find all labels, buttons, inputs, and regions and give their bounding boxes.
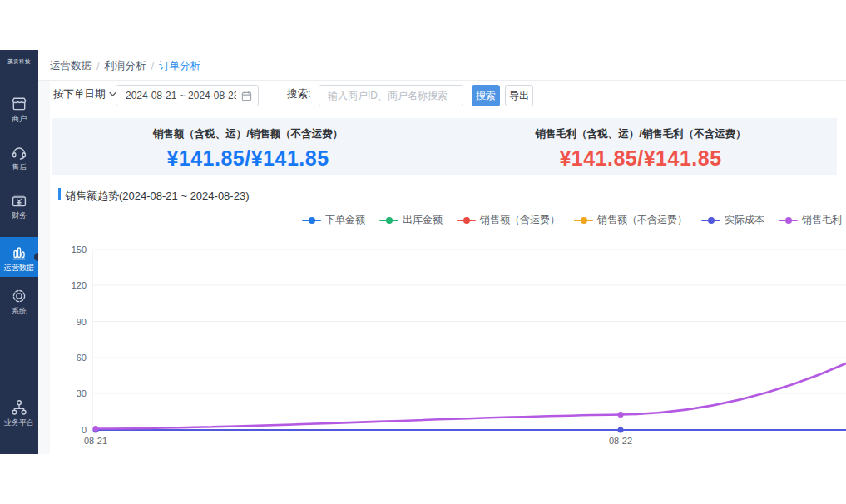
breadcrumb-separator: /: [151, 61, 153, 72]
legend-label: 销售额（不含运费）: [597, 213, 687, 227]
legend-marker: [701, 217, 720, 224]
logo: 茂贡科技: [0, 58, 38, 66]
legend-item-sales-incl-shipping[interactable]: 销售额（含运费）: [457, 213, 560, 227]
storefront-icon: [0, 93, 38, 113]
legend-label: 实际成本: [725, 213, 764, 227]
sidebar-item-label: 系统: [1, 306, 37, 316]
y-tick: 0: [82, 425, 87, 435]
stat-sales-amount: 销售额（含税、运）/销售额（不含运费） ¥141.85/¥141.85: [52, 118, 444, 175]
search-label: 搜索:: [287, 87, 310, 101]
data-point-actual-cost-0822[interactable]: [618, 427, 624, 433]
y-tick: 120: [72, 280, 87, 290]
legend-item-gross-profit[interactable]: 销售毛利: [779, 213, 842, 227]
stat-label: 销售毛利（含税、运）/销售毛利（不含运费）: [444, 127, 837, 141]
breadcrumb: 运营数据/利润分析/订单分析: [50, 59, 200, 73]
app-window: 茂贡科技 商户 售后: [0, 0, 846, 504]
legend-marker: [457, 217, 476, 224]
date-type-label: 按下单日期: [53, 88, 106, 100]
sidebar-item-label: 业务平台: [1, 418, 37, 427]
topbar: 运营数据/利润分析/订单分析: [38, 50, 846, 81]
stat-gross-profit: 销售毛利（含税、运）/销售毛利（不含运费） ¥141.85/¥141.85: [444, 118, 837, 175]
sidebar-item-system[interactable]: 系统: [0, 285, 38, 316]
sidebar-item-merchant[interactable]: 商户: [0, 93, 38, 124]
sitemap-icon: [0, 397, 38, 417]
legend-marker: [302, 217, 321, 224]
data-point-gross-profit-0821[interactable]: [93, 426, 99, 432]
x-tick: 08-22: [609, 436, 632, 446]
gear-icon: [0, 285, 38, 305]
sales-trend-card: 销售额趋势(2024-08-21 ~ 2024-08-23) 下单金额 出库金额…: [52, 185, 846, 454]
data-point-gross-profit-0822[interactable]: [618, 412, 624, 418]
legend-marker: [779, 217, 798, 224]
sidebar: 茂贡科技 商户 售后: [0, 50, 38, 454]
y-tick: 30: [77, 388, 87, 398]
main-content: 按下单日期 搜索: 搜索 导出 销售额（含税、运）/销售额（不含运费） ¥141…: [38, 81, 846, 454]
sidebar-item-label: 财务: [1, 210, 37, 220]
search-input[interactable]: [319, 85, 463, 106]
legend-item-actual-cost[interactable]: 实际成本: [701, 213, 764, 227]
sidebar-item-label: 售后: [1, 162, 37, 172]
legend-label: 出库金额: [403, 213, 443, 227]
search-button[interactable]: 搜索: [472, 85, 500, 106]
stat-value: ¥141.85/¥141.85: [52, 146, 444, 170]
legend-label: 销售毛利: [802, 213, 842, 227]
legend-item-order-amount[interactable]: 下单金额: [302, 213, 365, 227]
headset-icon: [0, 141, 38, 161]
section-title: 销售额趋势(2024-08-21 ~ 2024-08-23): [65, 189, 249, 204]
series-line-gross-profit[interactable]: [96, 363, 846, 429]
y-tick: 90: [77, 317, 87, 327]
legend-marker: [574, 217, 593, 224]
bar-chart-icon: [0, 242, 38, 262]
legend-item-sales-excl-shipping[interactable]: 销售额（不含运费）: [574, 213, 687, 227]
export-button[interactable]: 导出: [505, 85, 533, 106]
breadcrumb-item[interactable]: 运营数据: [50, 60, 92, 72]
sidebar-item-aftersales[interactable]: 售后: [0, 141, 38, 172]
chart-legend: 下单金额 出库金额 销售额（含运费） 销售额（不含运费） 实际成本: [302, 213, 842, 227]
sidebar-item-finance[interactable]: 财务: [0, 190, 38, 220]
date-type-selector[interactable]: 按下单日期: [53, 87, 116, 101]
date-range-input[interactable]: [116, 85, 259, 106]
breadcrumb-item-current: 订单分析: [159, 60, 200, 72]
left-gutter: [38, 81, 50, 454]
calendar-icon[interactable]: [241, 90, 252, 105]
y-tick: 150: [72, 245, 87, 254]
section-accent-bar: [58, 188, 61, 200]
legend-label: 销售额（含运费）: [480, 213, 560, 227]
stat-value: ¥141.85/¥141.85: [444, 146, 837, 170]
sidebar-item-business-platform[interactable]: 业务平台: [0, 397, 38, 427]
sidebar-item-operations-data[interactable]: 运营数据: [0, 237, 38, 277]
y-tick: 60: [77, 353, 87, 363]
breadcrumb-separator: /: [96, 61, 99, 72]
stat-label: 销售额（含税、运）/销售额（不含运费）: [52, 127, 444, 141]
line-chart[interactable]: 0 30 60 90 120 150 08-21 08-22: [50, 241, 846, 454]
sidebar-item-label: 商户: [1, 114, 37, 124]
legend-marker: [379, 217, 398, 224]
filter-row: 按下单日期 搜索: 搜索 导出: [38, 81, 846, 111]
stats-panel: 销售额（含税、运）/销售额（不含运费） ¥141.85/¥141.85 销售毛利…: [52, 118, 837, 175]
legend-label: 下单金额: [325, 213, 365, 227]
legend-item-outbound-amount[interactable]: 出库金额: [379, 213, 443, 227]
cash-box-icon: [0, 190, 38, 210]
breadcrumb-item[interactable]: 利润分析: [104, 60, 146, 72]
sidebar-item-label: 运营数据: [1, 263, 37, 273]
x-tick: 08-21: [84, 436, 107, 446]
